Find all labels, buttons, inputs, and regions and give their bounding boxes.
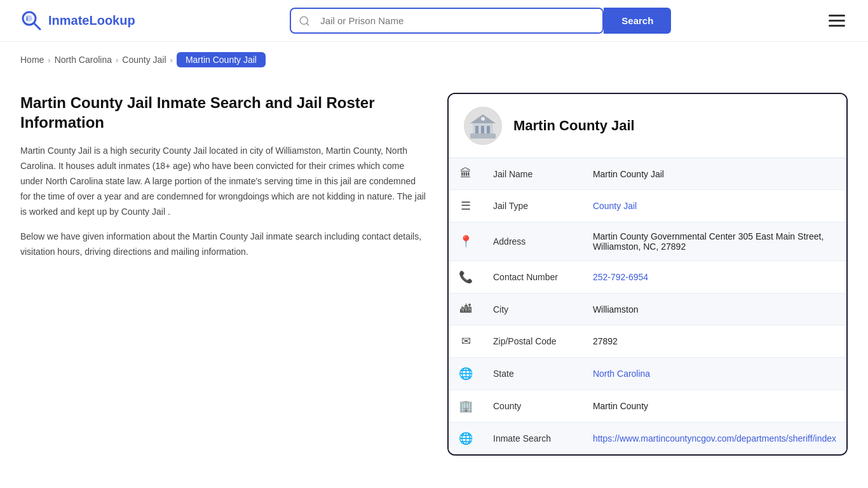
row-value: County Jail bbox=[583, 190, 846, 222]
svg-rect-10 bbox=[487, 126, 490, 133]
search-area: Search bbox=[290, 8, 671, 34]
table-row: 🏢CountyMartin County bbox=[449, 390, 846, 423]
search-icon bbox=[291, 15, 318, 27]
row-label: Inmate Search bbox=[483, 423, 583, 455]
menu-button[interactable] bbox=[826, 12, 848, 29]
row-value: https://www.martincountyncgov.com/depart… bbox=[583, 423, 846, 455]
breadcrumb-sep-3: › bbox=[170, 55, 173, 65]
row-icon: 🏢 bbox=[449, 390, 483, 423]
menu-line-1 bbox=[829, 15, 845, 17]
row-label: Jail Type bbox=[483, 190, 583, 222]
table-row: 🏙CityWilliamston bbox=[449, 294, 846, 325]
row-icon: 🌐 bbox=[449, 358, 483, 390]
row-value: Martin County Governmental Center 305 Ea… bbox=[583, 222, 846, 261]
svg-line-1 bbox=[34, 23, 40, 29]
left-column: Martin County Jail Inmate Search and Jai… bbox=[20, 93, 427, 456]
page-description-2: Below we have given information about th… bbox=[20, 229, 427, 260]
search-input[interactable] bbox=[318, 9, 602, 32]
table-row: 🏛Jail NameMartin County Jail bbox=[449, 158, 846, 190]
table-row: ✉Zip/Postal Code27892 bbox=[449, 325, 846, 358]
table-row: 📞Contact Number252-792-6954 bbox=[449, 261, 846, 294]
table-row: ☰Jail TypeCounty Jail bbox=[449, 190, 846, 222]
page-title: Martin County Jail Inmate Search and Jai… bbox=[20, 93, 427, 132]
row-label: City bbox=[483, 294, 583, 325]
logo-text: InmateLookup bbox=[48, 13, 135, 28]
search-wrapper bbox=[290, 8, 604, 34]
row-link[interactable]: North Carolina bbox=[593, 369, 650, 379]
row-value: Martin County Jail bbox=[583, 158, 846, 190]
row-label: County bbox=[483, 390, 583, 423]
row-icon: 🏙 bbox=[449, 294, 483, 325]
breadcrumb: Home › North Carolina › County Jail › Ma… bbox=[0, 42, 868, 78]
table-row: 📍AddressMartin County Governmental Cente… bbox=[449, 222, 846, 261]
courthouse-icon bbox=[468, 111, 498, 141]
row-icon: 🌐 bbox=[449, 423, 483, 455]
svg-rect-8 bbox=[475, 126, 478, 133]
breadcrumb-home[interactable]: Home bbox=[20, 55, 44, 65]
right-column: Martin County Jail 🏛Jail NameMartin Coun… bbox=[447, 93, 848, 456]
row-value: 27892 bbox=[583, 325, 846, 358]
svg-point-12 bbox=[481, 117, 485, 121]
row-value: North Carolina bbox=[583, 358, 846, 390]
row-link[interactable]: 252-792-6954 bbox=[593, 272, 648, 282]
row-value: 252-792-6954 bbox=[583, 261, 846, 294]
row-label: Address bbox=[483, 222, 583, 261]
info-table: 🏛Jail NameMartin County Jail☰Jail TypeCo… bbox=[449, 158, 846, 454]
row-label: State bbox=[483, 358, 583, 390]
info-card: Martin County Jail 🏛Jail NameMartin Coun… bbox=[447, 93, 848, 456]
row-value: Martin County bbox=[583, 390, 846, 423]
main-content: Martin County Jail Inmate Search and Jai… bbox=[0, 78, 868, 471]
row-icon: 📍 bbox=[449, 222, 483, 261]
svg-text:i: i bbox=[26, 15, 28, 22]
svg-rect-9 bbox=[481, 126, 484, 133]
breadcrumb-state[interactable]: North Carolina bbox=[55, 55, 112, 65]
site-header: i InmateLookup Search bbox=[0, 0, 868, 42]
row-label: Contact Number bbox=[483, 261, 583, 294]
svg-rect-6 bbox=[470, 133, 496, 139]
row-value: Williamston bbox=[583, 294, 846, 325]
row-link[interactable]: County Jail bbox=[593, 201, 637, 211]
breadcrumb-current: Martin County Jail bbox=[177, 52, 266, 67]
card-header: Martin County Jail bbox=[449, 94, 846, 158]
row-label: Jail Name bbox=[483, 158, 583, 190]
table-row: 🌐StateNorth Carolina bbox=[449, 358, 846, 390]
site-logo[interactable]: i InmateLookup bbox=[20, 10, 135, 32]
menu-line-2 bbox=[829, 20, 845, 22]
card-facility-name: Martin County Jail bbox=[513, 118, 635, 134]
row-icon: 🏛 bbox=[449, 158, 483, 190]
page-description-1: Martin County Jail is a high security Co… bbox=[20, 144, 427, 219]
breadcrumb-sep-1: › bbox=[48, 55, 50, 65]
breadcrumb-sep-2: › bbox=[116, 55, 118, 65]
search-button[interactable]: Search bbox=[604, 8, 671, 34]
breadcrumb-type[interactable]: County Jail bbox=[122, 55, 166, 65]
menu-line-3 bbox=[829, 25, 845, 27]
table-row: 🌐Inmate Searchhttps://www.martincountync… bbox=[449, 423, 846, 455]
svg-line-5 bbox=[307, 23, 309, 25]
card-logo-image bbox=[464, 107, 502, 145]
logo-icon: i bbox=[20, 10, 43, 32]
row-link[interactable]: https://www.martincountyncgov.com/depart… bbox=[593, 433, 836, 444]
row-icon: ☰ bbox=[449, 190, 483, 222]
row-label: Zip/Postal Code bbox=[483, 325, 583, 358]
row-icon: 📞 bbox=[449, 261, 483, 294]
row-icon: ✉ bbox=[449, 325, 483, 358]
